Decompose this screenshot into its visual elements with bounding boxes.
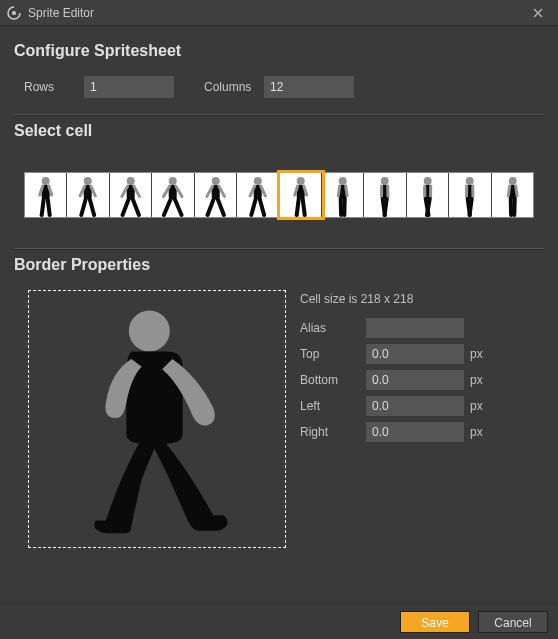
svg-line-5 bbox=[42, 199, 44, 215]
svg-point-43 bbox=[339, 177, 347, 185]
svg-line-30 bbox=[217, 199, 223, 215]
top-input[interactable] bbox=[366, 344, 464, 364]
cell-5[interactable] bbox=[237, 173, 279, 217]
cell-1[interactable] bbox=[67, 173, 109, 217]
cell-size-text: Cell size is 218 x 218 bbox=[300, 292, 540, 306]
svg-line-36 bbox=[260, 199, 264, 215]
cell-8[interactable] bbox=[364, 173, 406, 217]
dialog-footer: Save Cancel bbox=[0, 603, 558, 639]
svg-line-24 bbox=[175, 199, 182, 215]
unit-label: px bbox=[470, 399, 483, 413]
divider bbox=[14, 248, 544, 250]
cell-9[interactable] bbox=[407, 173, 449, 217]
svg-line-17 bbox=[122, 199, 128, 215]
svg-point-37 bbox=[296, 177, 304, 185]
svg-point-13 bbox=[127, 177, 135, 185]
close-button[interactable] bbox=[524, 0, 552, 25]
svg-line-42 bbox=[302, 199, 304, 215]
cell-7[interactable] bbox=[322, 173, 364, 217]
unit-label: px bbox=[470, 425, 483, 439]
svg-line-23 bbox=[164, 199, 171, 215]
walker-sprite-icon bbox=[29, 290, 285, 547]
bottom-input[interactable] bbox=[366, 370, 464, 390]
unit-label: px bbox=[470, 347, 483, 361]
cell-2[interactable] bbox=[110, 173, 152, 217]
svg-line-70 bbox=[515, 186, 516, 196]
svg-point-61 bbox=[466, 177, 474, 185]
cell-3[interactable] bbox=[152, 173, 194, 217]
alias-input[interactable] bbox=[366, 318, 464, 338]
configure-heading: Configure Spritesheet bbox=[14, 42, 544, 60]
svg-point-19 bbox=[169, 177, 177, 185]
alias-label: Alias bbox=[300, 321, 360, 335]
svg-point-1 bbox=[42, 177, 50, 185]
svg-line-66 bbox=[470, 199, 472, 215]
svg-point-25 bbox=[211, 177, 219, 185]
border-props: Cell size is 218 x 218 Alias Top px Bott… bbox=[300, 290, 540, 548]
svg-line-46 bbox=[346, 186, 347, 196]
svg-line-11 bbox=[82, 199, 86, 215]
svg-line-45 bbox=[338, 186, 339, 196]
cell-strip bbox=[24, 172, 534, 218]
divider bbox=[14, 114, 544, 116]
columns-label: Columns bbox=[204, 80, 254, 94]
cell-0[interactable] bbox=[25, 173, 67, 217]
titlebar: Sprite Editor bbox=[0, 0, 558, 26]
cell-11[interactable] bbox=[492, 173, 533, 217]
bottom-label: Bottom bbox=[300, 373, 360, 387]
svg-line-29 bbox=[207, 199, 213, 215]
configure-row: Rows Columns bbox=[14, 70, 544, 108]
svg-line-6 bbox=[48, 199, 50, 215]
svg-point-55 bbox=[424, 177, 432, 185]
cell-preview bbox=[28, 290, 286, 548]
top-label: Top bbox=[300, 347, 360, 361]
rows-label: Rows bbox=[24, 80, 74, 94]
right-label: Right bbox=[300, 425, 360, 439]
svg-line-60 bbox=[427, 199, 430, 215]
cell-6[interactable] bbox=[280, 173, 322, 217]
app-logo-icon bbox=[6, 5, 22, 21]
cancel-button[interactable]: Cancel bbox=[478, 611, 548, 633]
left-label: Left bbox=[300, 399, 360, 413]
cell-4[interactable] bbox=[195, 173, 237, 217]
svg-line-41 bbox=[296, 199, 298, 215]
border-heading: Border Properties bbox=[14, 256, 544, 274]
svg-point-73 bbox=[129, 310, 170, 351]
svg-point-67 bbox=[508, 177, 516, 185]
svg-point-49 bbox=[381, 177, 389, 185]
unit-label: px bbox=[470, 373, 483, 387]
svg-line-69 bbox=[508, 186, 509, 196]
svg-point-31 bbox=[254, 177, 262, 185]
left-input[interactable] bbox=[366, 396, 464, 416]
svg-point-0 bbox=[12, 11, 16, 15]
right-input[interactable] bbox=[366, 422, 464, 442]
columns-input[interactable] bbox=[264, 76, 354, 98]
select-cell-heading: Select cell bbox=[14, 122, 544, 140]
window-title: Sprite Editor bbox=[28, 6, 94, 20]
svg-line-35 bbox=[251, 199, 255, 215]
rows-input[interactable] bbox=[84, 76, 174, 98]
svg-line-54 bbox=[385, 199, 387, 215]
svg-point-7 bbox=[84, 177, 92, 185]
svg-line-18 bbox=[133, 199, 139, 215]
cell-10[interactable] bbox=[449, 173, 491, 217]
save-button[interactable]: Save bbox=[400, 611, 470, 633]
svg-line-12 bbox=[90, 199, 94, 215]
